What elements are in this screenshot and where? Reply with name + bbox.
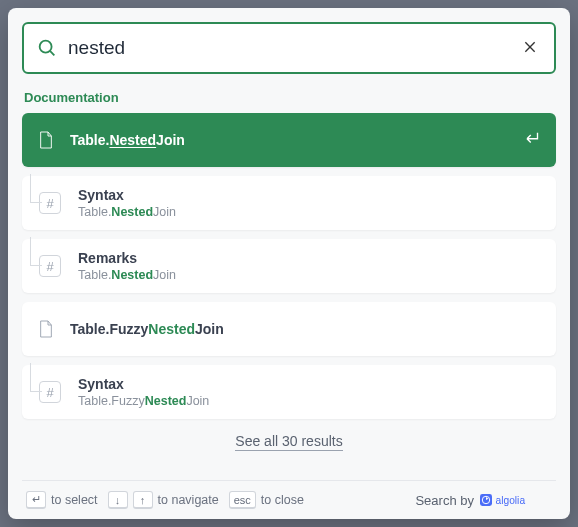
- arrow-up-key-icon: ↑: [133, 491, 153, 509]
- clear-search-button[interactable]: [518, 35, 542, 62]
- hash-icon: #: [36, 375, 64, 409]
- result-title: Syntax: [78, 376, 542, 392]
- result-title: Remarks: [78, 250, 542, 266]
- result-anchor[interactable]: #RemarksTable.NestedJoin: [22, 239, 556, 293]
- result-page[interactable]: Table.NestedJoin: [22, 113, 556, 167]
- esc-key-icon: esc: [229, 491, 256, 509]
- hint-navigate-label: to navigate: [158, 493, 219, 507]
- section-label: Documentation: [24, 90, 554, 105]
- result-body: Table.FuzzyNestedJoin: [70, 321, 542, 337]
- file-icon: [36, 130, 56, 150]
- search-box[interactable]: [22, 22, 556, 74]
- svg-text:algolia: algolia: [496, 495, 526, 506]
- result-body: RemarksTable.NestedJoin: [78, 250, 542, 282]
- enter-key-icon: ↵: [26, 491, 46, 509]
- search-provider: Search by algolia: [415, 491, 552, 509]
- svg-point-0: [40, 41, 52, 53]
- modal-footer: ↵ to select ↓ ↑ to navigate esc to close…: [22, 480, 556, 519]
- algolia-logo-icon: algolia: [480, 491, 552, 509]
- hint-select-label: to select: [51, 493, 98, 507]
- search-modal: Documentation Table.NestedJoin#SyntaxTab…: [8, 8, 570, 519]
- result-title: Syntax: [78, 187, 542, 203]
- result-anchor[interactable]: #SyntaxTable.NestedJoin: [22, 176, 556, 230]
- see-all-results[interactable]: See all 30 results: [22, 433, 556, 449]
- result-breadcrumb: Table.FuzzyNestedJoin: [78, 394, 542, 408]
- hint-close: esc to close: [229, 491, 304, 509]
- result-body: SyntaxTable.NestedJoin: [78, 187, 542, 219]
- search-icon: [36, 37, 58, 59]
- file-icon: [36, 319, 56, 339]
- return-icon: [524, 129, 542, 151]
- hash-icon: #: [36, 249, 64, 283]
- result-anchor[interactable]: #SyntaxTable.FuzzyNestedJoin: [22, 365, 556, 419]
- result-body: SyntaxTable.FuzzyNestedJoin: [78, 376, 542, 408]
- svg-line-1: [50, 51, 54, 55]
- result-breadcrumb: Table.NestedJoin: [78, 205, 542, 219]
- result-body: Table.NestedJoin: [70, 132, 516, 148]
- results-list: Table.NestedJoin#SyntaxTable.NestedJoin#…: [22, 113, 556, 419]
- result-breadcrumb: Table.NestedJoin: [78, 268, 542, 282]
- hash-icon: #: [36, 186, 64, 220]
- search-by-label: Search by: [415, 493, 474, 508]
- close-icon: [522, 39, 538, 55]
- hint-navigate: ↓ ↑ to navigate: [108, 491, 219, 509]
- hint-select: ↵ to select: [26, 491, 98, 509]
- result-page[interactable]: Table.FuzzyNestedJoin: [22, 302, 556, 356]
- hint-close-label: to close: [261, 493, 304, 507]
- arrow-down-key-icon: ↓: [108, 491, 128, 509]
- search-input[interactable]: [58, 37, 518, 59]
- result-title: Table.FuzzyNestedJoin: [70, 321, 542, 337]
- see-all-link[interactable]: See all 30 results: [235, 433, 342, 451]
- result-title: Table.NestedJoin: [70, 132, 516, 148]
